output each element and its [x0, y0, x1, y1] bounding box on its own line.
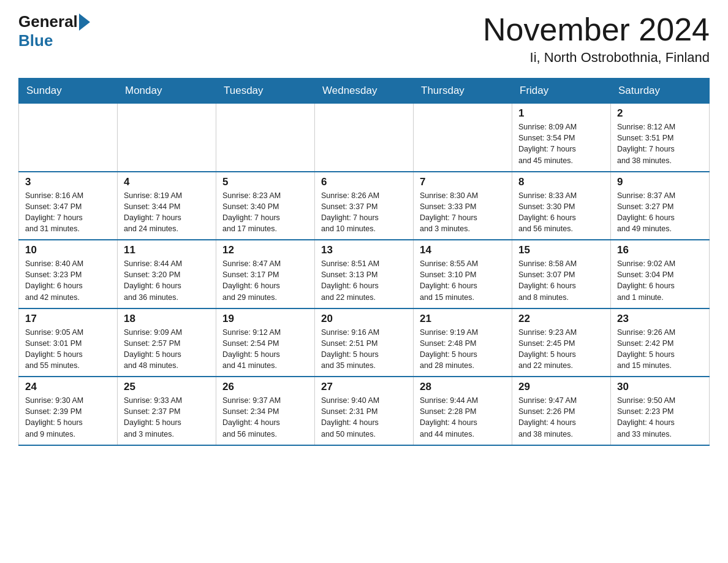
day-number: 3 — [25, 176, 111, 188]
day-info: Sunrise: 8:12 AM Sunset: 3:51 PM Dayligh… — [617, 121, 703, 166]
day-info: Sunrise: 8:16 AM Sunset: 3:47 PM Dayligh… — [25, 190, 111, 235]
day-info: Sunrise: 9:19 AM Sunset: 2:48 PM Dayligh… — [420, 327, 506, 372]
day-info: Sunrise: 9:23 AM Sunset: 2:45 PM Dayligh… — [518, 327, 604, 372]
day-number: 9 — [617, 176, 703, 188]
calendar-cell: 6Sunrise: 8:26 AM Sunset: 3:37 PM Daylig… — [315, 172, 414, 240]
day-info: Sunrise: 9:09 AM Sunset: 2:57 PM Dayligh… — [124, 327, 210, 372]
calendar-cell: 2Sunrise: 8:12 AM Sunset: 3:51 PM Daylig… — [611, 104, 710, 172]
calendar-cell: 28Sunrise: 9:44 AM Sunset: 2:28 PM Dayli… — [414, 377, 512, 445]
header: General Blue November 2024 Ii, North Ost… — [18, 12, 710, 66]
calendar-cell — [19, 104, 118, 172]
weekday-header-row: SundayMondayTuesdayWednesdayThursdayFrid… — [19, 79, 710, 104]
calendar-week-row: 24Sunrise: 9:30 AM Sunset: 2:39 PM Dayli… — [19, 377, 710, 445]
calendar-cell: 1Sunrise: 8:09 AM Sunset: 3:54 PM Daylig… — [512, 104, 611, 172]
day-number: 13 — [321, 244, 407, 256]
calendar-cell: 26Sunrise: 9:37 AM Sunset: 2:34 PM Dayli… — [216, 377, 315, 445]
day-info: Sunrise: 9:47 AM Sunset: 2:26 PM Dayligh… — [518, 395, 604, 440]
calendar-cell — [315, 104, 414, 172]
day-number: 18 — [124, 313, 210, 325]
day-number: 5 — [222, 176, 308, 188]
calendar-cell: 22Sunrise: 9:23 AM Sunset: 2:45 PM Dayli… — [512, 308, 611, 377]
day-number: 24 — [25, 381, 111, 393]
weekday-header-tuesday: Tuesday — [216, 79, 315, 104]
calendar-week-row: 3Sunrise: 8:16 AM Sunset: 3:47 PM Daylig… — [19, 172, 710, 240]
day-number: 29 — [518, 381, 604, 393]
day-number: 11 — [124, 244, 210, 256]
day-number: 1 — [518, 107, 604, 120]
calendar-cell — [414, 104, 512, 172]
calendar-cell: 12Sunrise: 8:47 AM Sunset: 3:17 PM Dayli… — [216, 240, 315, 308]
day-info: Sunrise: 9:33 AM Sunset: 2:37 PM Dayligh… — [124, 395, 210, 440]
day-number: 17 — [25, 313, 111, 325]
day-number: 8 — [518, 176, 604, 188]
calendar-cell: 5Sunrise: 8:23 AM Sunset: 3:40 PM Daylig… — [216, 172, 315, 240]
calendar-title: November 2024 — [483, 12, 710, 47]
calendar-week-row: 17Sunrise: 9:05 AM Sunset: 3:01 PM Dayli… — [19, 308, 710, 377]
weekday-header-friday: Friday — [512, 79, 611, 104]
day-info: Sunrise: 8:19 AM Sunset: 3:44 PM Dayligh… — [124, 190, 210, 235]
day-info: Sunrise: 9:05 AM Sunset: 3:01 PM Dayligh… — [25, 327, 111, 372]
day-number: 21 — [420, 313, 506, 325]
calendar-cell: 13Sunrise: 8:51 AM Sunset: 3:13 PM Dayli… — [315, 240, 414, 308]
calendar-table: SundayMondayTuesdayWednesdayThursdayFrid… — [18, 78, 710, 446]
calendar-cell — [118, 104, 216, 172]
day-info: Sunrise: 8:09 AM Sunset: 3:54 PM Dayligh… — [518, 121, 604, 166]
day-number: 20 — [321, 313, 407, 325]
logo-blue-text: Blue — [18, 31, 53, 50]
calendar-cell: 16Sunrise: 9:02 AM Sunset: 3:04 PM Dayli… — [611, 240, 710, 308]
day-info: Sunrise: 8:40 AM Sunset: 3:23 PM Dayligh… — [25, 258, 111, 303]
day-info: Sunrise: 9:40 AM Sunset: 2:31 PM Dayligh… — [321, 395, 407, 440]
calendar-cell: 4Sunrise: 8:19 AM Sunset: 3:44 PM Daylig… — [118, 172, 216, 240]
day-info: Sunrise: 9:44 AM Sunset: 2:28 PM Dayligh… — [420, 395, 506, 440]
calendar-cell: 11Sunrise: 8:44 AM Sunset: 3:20 PM Dayli… — [118, 240, 216, 308]
day-number: 28 — [420, 381, 506, 393]
day-info: Sunrise: 8:37 AM Sunset: 3:27 PM Dayligh… — [617, 190, 703, 235]
day-number: 23 — [617, 313, 703, 325]
day-number: 27 — [321, 381, 407, 393]
weekday-header-thursday: Thursday — [414, 79, 512, 104]
day-info: Sunrise: 8:23 AM Sunset: 3:40 PM Dayligh… — [222, 190, 308, 235]
day-info: Sunrise: 8:55 AM Sunset: 3:10 PM Dayligh… — [420, 258, 506, 303]
day-info: Sunrise: 9:16 AM Sunset: 2:51 PM Dayligh… — [321, 327, 407, 372]
day-number: 4 — [124, 176, 210, 188]
day-number: 2 — [617, 107, 703, 120]
day-info: Sunrise: 8:26 AM Sunset: 3:37 PM Dayligh… — [321, 190, 407, 235]
calendar-cell: 17Sunrise: 9:05 AM Sunset: 3:01 PM Dayli… — [19, 308, 118, 377]
weekday-header-sunday: Sunday — [19, 79, 118, 104]
day-info: Sunrise: 8:58 AM Sunset: 3:07 PM Dayligh… — [518, 258, 604, 303]
day-number: 25 — [124, 381, 210, 393]
day-number: 16 — [617, 244, 703, 256]
day-info: Sunrise: 8:47 AM Sunset: 3:17 PM Dayligh… — [222, 258, 308, 303]
calendar-cell — [216, 104, 315, 172]
calendar-cell: 25Sunrise: 9:33 AM Sunset: 2:37 PM Dayli… — [118, 377, 216, 445]
day-number: 10 — [25, 244, 111, 256]
day-info: Sunrise: 9:02 AM Sunset: 3:04 PM Dayligh… — [617, 258, 703, 303]
calendar-cell: 14Sunrise: 8:55 AM Sunset: 3:10 PM Dayli… — [414, 240, 512, 308]
day-info: Sunrise: 9:37 AM Sunset: 2:34 PM Dayligh… — [222, 395, 308, 440]
calendar-cell: 30Sunrise: 9:50 AM Sunset: 2:23 PM Dayli… — [611, 377, 710, 445]
logo-arrow-icon — [79, 13, 90, 31]
calendar-week-row: 10Sunrise: 8:40 AM Sunset: 3:23 PM Dayli… — [19, 240, 710, 308]
day-info: Sunrise: 9:12 AM Sunset: 2:54 PM Dayligh… — [222, 327, 308, 372]
day-number: 30 — [617, 381, 703, 393]
day-info: Sunrise: 8:33 AM Sunset: 3:30 PM Dayligh… — [518, 190, 604, 235]
day-info: Sunrise: 9:50 AM Sunset: 2:23 PM Dayligh… — [617, 395, 703, 440]
day-number: 22 — [518, 313, 604, 325]
day-info: Sunrise: 8:51 AM Sunset: 3:13 PM Dayligh… — [321, 258, 407, 303]
title-area: November 2024 Ii, North Ostrobothnia, Fi… — [483, 12, 710, 66]
calendar-cell: 7Sunrise: 8:30 AM Sunset: 3:33 PM Daylig… — [414, 172, 512, 240]
day-number: 14 — [420, 244, 506, 256]
calendar-cell: 19Sunrise: 9:12 AM Sunset: 2:54 PM Dayli… — [216, 308, 315, 377]
day-number: 19 — [222, 313, 308, 325]
calendar-cell: 3Sunrise: 8:16 AM Sunset: 3:47 PM Daylig… — [19, 172, 118, 240]
calendar-cell: 18Sunrise: 9:09 AM Sunset: 2:57 PM Dayli… — [118, 308, 216, 377]
calendar-cell: 9Sunrise: 8:37 AM Sunset: 3:27 PM Daylig… — [611, 172, 710, 240]
day-number: 12 — [222, 244, 308, 256]
calendar-week-row: 1Sunrise: 8:09 AM Sunset: 3:54 PM Daylig… — [19, 104, 710, 172]
weekday-header-saturday: Saturday — [611, 79, 710, 104]
calendar-cell: 20Sunrise: 9:16 AM Sunset: 2:51 PM Dayli… — [315, 308, 414, 377]
calendar-cell: 10Sunrise: 8:40 AM Sunset: 3:23 PM Dayli… — [19, 240, 118, 308]
calendar-cell: 24Sunrise: 9:30 AM Sunset: 2:39 PM Dayli… — [19, 377, 118, 445]
calendar-cell: 8Sunrise: 8:33 AM Sunset: 3:30 PM Daylig… — [512, 172, 611, 240]
day-number: 6 — [321, 176, 407, 188]
